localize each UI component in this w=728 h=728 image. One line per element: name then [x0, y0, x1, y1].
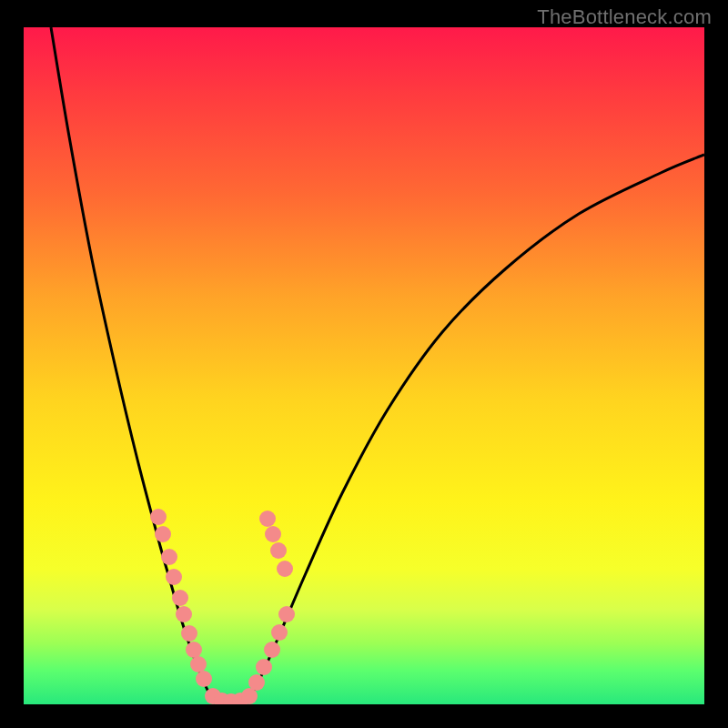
marker-dot: [264, 642, 280, 658]
marker-dot: [186, 642, 202, 658]
marker-dot: [181, 625, 197, 642]
marker-dot: [278, 606, 295, 622]
marker-group: [150, 509, 295, 704]
marker-dot: [150, 509, 167, 525]
marker-dot: [155, 526, 171, 542]
curve-right-curve: [248, 155, 704, 701]
watermark-text: TheBottleneck.com: [537, 5, 712, 29]
marker-dot: [172, 590, 188, 606]
marker-dot: [270, 542, 287, 559]
marker-dot: [161, 549, 177, 565]
marker-dot: [256, 659, 272, 675]
marker-dot: [277, 561, 293, 577]
curve-group: [51, 27, 704, 703]
marker-dot: [176, 606, 192, 622]
marker-dot: [166, 569, 182, 585]
marker-dot: [259, 511, 276, 527]
marker-dot: [265, 526, 281, 542]
marker-dot: [271, 624, 288, 641]
curve-left-curve: [51, 27, 213, 701]
chart-area: [24, 27, 704, 704]
marker-dot: [248, 674, 265, 691]
marker-dot: [196, 671, 212, 687]
chart-svg: [24, 27, 704, 704]
marker-dot: [190, 656, 207, 672]
